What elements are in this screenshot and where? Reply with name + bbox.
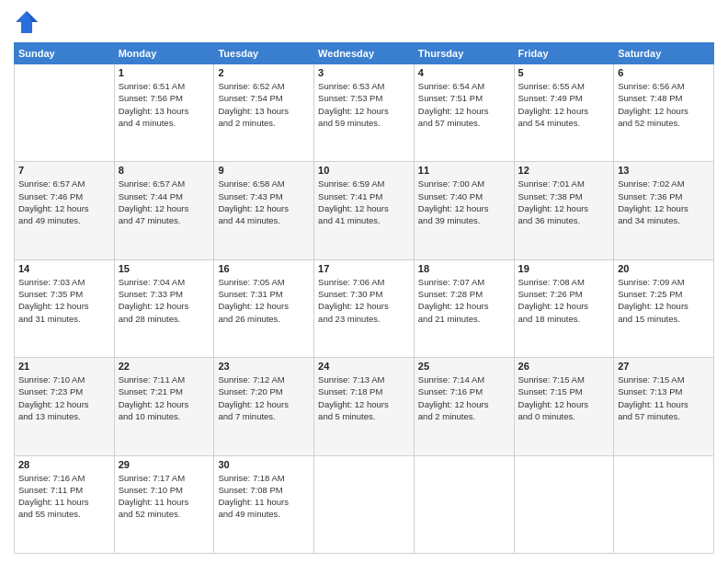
day-info: Sunrise: 7:06 AM Sunset: 7:30 PM Dayligh… [318,276,410,325]
calendar-cell: 15Sunrise: 7:04 AM Sunset: 7:33 PM Dayli… [114,259,214,357]
day-info: Sunrise: 7:11 AM Sunset: 7:21 PM Dayligh… [119,373,210,422]
day-info: Sunrise: 7:12 AM Sunset: 7:20 PM Dayligh… [218,373,310,422]
calendar-cell: 18Sunrise: 7:07 AM Sunset: 7:28 PM Dayli… [414,259,514,357]
day-info: Sunrise: 7:14 AM Sunset: 7:16 PM Dayligh… [418,373,510,422]
calendar-cell [15,64,115,162]
day-info: Sunrise: 7:02 AM Sunset: 7:36 PM Dayligh… [618,178,710,226]
weekday-header: Wednesday [314,43,415,64]
day-number: 3 [318,67,410,78]
calendar-week-row: 7Sunrise: 6:57 AM Sunset: 7:46 PM Daylig… [15,162,714,259]
calendar-table: SundayMondayTuesdayWednesdayThursdayFrid… [14,42,714,554]
calendar-cell: 20Sunrise: 7:09 AM Sunset: 7:25 PM Dayli… [614,259,714,357]
calendar-header-row: SundayMondayTuesdayWednesdayThursdayFrid… [15,43,714,64]
calendar-cell [414,455,514,553]
calendar-week-row: 28Sunrise: 7:16 AM Sunset: 7:11 PM Dayli… [15,455,714,553]
calendar-cell: 12Sunrise: 7:01 AM Sunset: 7:38 PM Dayli… [514,162,614,259]
calendar-cell: 14Sunrise: 7:03 AM Sunset: 7:35 PM Dayli… [15,259,115,357]
calendar-cell: 7Sunrise: 6:57 AM Sunset: 7:46 PM Daylig… [15,162,115,259]
day-info: Sunrise: 7:18 AM Sunset: 7:08 PM Dayligh… [218,472,310,521]
day-info: Sunrise: 7:10 AM Sunset: 7:23 PM Dayligh… [18,373,110,422]
calendar-week-row: 1Sunrise: 6:51 AM Sunset: 7:56 PM Daylig… [15,64,714,162]
calendar-cell [614,455,714,553]
calendar-week-row: 14Sunrise: 7:03 AM Sunset: 7:35 PM Dayli… [15,259,714,357]
calendar-cell: 8Sunrise: 6:57 AM Sunset: 7:44 PM Daylig… [114,162,214,259]
calendar-cell: 25Sunrise: 7:14 AM Sunset: 7:16 PM Dayli… [414,358,514,455]
calendar-cell: 5Sunrise: 6:55 AM Sunset: 7:49 PM Daylig… [514,64,614,162]
calendar-cell [314,455,415,553]
day-number: 19 [518,263,610,274]
day-number: 23 [218,361,310,372]
day-number: 14 [18,263,110,274]
day-number: 17 [318,263,410,274]
day-number: 28 [18,459,110,470]
day-info: Sunrise: 7:13 AM Sunset: 7:18 PM Dayligh… [318,373,410,422]
calendar-cell: 30Sunrise: 7:18 AM Sunset: 7:08 PM Dayli… [214,455,314,553]
day-number: 20 [618,263,710,274]
day-number: 30 [218,459,310,470]
day-info: Sunrise: 6:59 AM Sunset: 7:41 PM Dayligh… [318,178,410,226]
day-number: 21 [18,361,110,372]
calendar-cell: 6Sunrise: 6:56 AM Sunset: 7:48 PM Daylig… [614,64,714,162]
day-number: 2 [218,67,310,78]
day-info: Sunrise: 7:17 AM Sunset: 7:10 PM Dayligh… [119,472,210,521]
calendar-week-row: 21Sunrise: 7:10 AM Sunset: 7:23 PM Dayli… [15,358,714,455]
day-info: Sunrise: 7:04 AM Sunset: 7:33 PM Dayligh… [119,276,210,325]
day-number: 13 [618,165,710,176]
day-info: Sunrise: 7:03 AM Sunset: 7:35 PM Dayligh… [18,276,110,325]
day-number: 16 [218,263,310,274]
calendar-cell: 23Sunrise: 7:12 AM Sunset: 7:20 PM Dayli… [214,358,314,455]
day-number: 4 [418,67,510,78]
day-number: 9 [218,165,310,176]
weekday-header: Monday [114,43,214,64]
day-number: 26 [518,361,610,372]
day-info: Sunrise: 7:01 AM Sunset: 7:38 PM Dayligh… [518,178,610,226]
day-number: 24 [318,361,410,372]
day-number: 7 [18,165,110,176]
day-info: Sunrise: 7:16 AM Sunset: 7:11 PM Dayligh… [18,472,110,521]
weekday-header: Thursday [414,43,514,64]
logo-icon [14,9,40,35]
calendar-cell: 13Sunrise: 7:02 AM Sunset: 7:36 PM Dayli… [614,162,714,259]
day-info: Sunrise: 7:00 AM Sunset: 7:40 PM Dayligh… [418,178,510,226]
calendar-cell: 16Sunrise: 7:05 AM Sunset: 7:31 PM Dayli… [214,259,314,357]
day-info: Sunrise: 6:56 AM Sunset: 7:48 PM Dayligh… [618,80,710,129]
calendar-cell: 3Sunrise: 6:53 AM Sunset: 7:53 PM Daylig… [314,64,415,162]
day-number: 27 [618,361,710,372]
calendar-cell: 9Sunrise: 6:58 AM Sunset: 7:43 PM Daylig… [214,162,314,259]
header [14,9,714,35]
calendar-cell: 19Sunrise: 7:08 AM Sunset: 7:26 PM Dayli… [514,259,614,357]
day-info: Sunrise: 7:08 AM Sunset: 7:26 PM Dayligh… [518,276,610,325]
day-number: 29 [119,459,210,470]
day-info: Sunrise: 6:58 AM Sunset: 7:43 PM Dayligh… [218,178,310,226]
weekday-header: Saturday [614,43,714,64]
day-number: 15 [119,263,210,274]
day-info: Sunrise: 6:53 AM Sunset: 7:53 PM Dayligh… [318,80,410,129]
weekday-header: Friday [514,43,614,64]
day-info: Sunrise: 6:57 AM Sunset: 7:46 PM Dayligh… [18,178,110,226]
day-info: Sunrise: 7:15 AM Sunset: 7:13 PM Dayligh… [618,373,710,422]
weekday-header: Tuesday [214,43,314,64]
day-number: 11 [418,165,510,176]
day-number: 12 [518,165,610,176]
calendar-cell: 29Sunrise: 7:17 AM Sunset: 7:10 PM Dayli… [114,455,214,553]
day-info: Sunrise: 7:09 AM Sunset: 7:25 PM Dayligh… [618,276,710,325]
day-info: Sunrise: 6:57 AM Sunset: 7:44 PM Dayligh… [119,178,210,226]
day-number: 6 [618,67,710,78]
calendar-cell: 2Sunrise: 6:52 AM Sunset: 7:54 PM Daylig… [214,64,314,162]
day-number: 5 [518,67,610,78]
day-number: 1 [119,67,210,78]
weekday-header: Sunday [15,43,115,64]
day-info: Sunrise: 7:15 AM Sunset: 7:15 PM Dayligh… [518,373,610,422]
calendar-cell: 17Sunrise: 7:06 AM Sunset: 7:30 PM Dayli… [314,259,415,357]
calendar-cell: 26Sunrise: 7:15 AM Sunset: 7:15 PM Dayli… [514,358,614,455]
day-info: Sunrise: 7:05 AM Sunset: 7:31 PM Dayligh… [218,276,310,325]
calendar-cell: 27Sunrise: 7:15 AM Sunset: 7:13 PM Dayli… [614,358,714,455]
day-number: 8 [119,165,210,176]
day-info: Sunrise: 7:07 AM Sunset: 7:28 PM Dayligh… [418,276,510,325]
logo [14,9,43,35]
calendar-cell: 24Sunrise: 7:13 AM Sunset: 7:18 PM Dayli… [314,358,415,455]
day-number: 22 [119,361,210,372]
calendar-cell: 11Sunrise: 7:00 AM Sunset: 7:40 PM Dayli… [414,162,514,259]
day-number: 25 [418,361,510,372]
day-info: Sunrise: 6:52 AM Sunset: 7:54 PM Dayligh… [218,80,310,129]
